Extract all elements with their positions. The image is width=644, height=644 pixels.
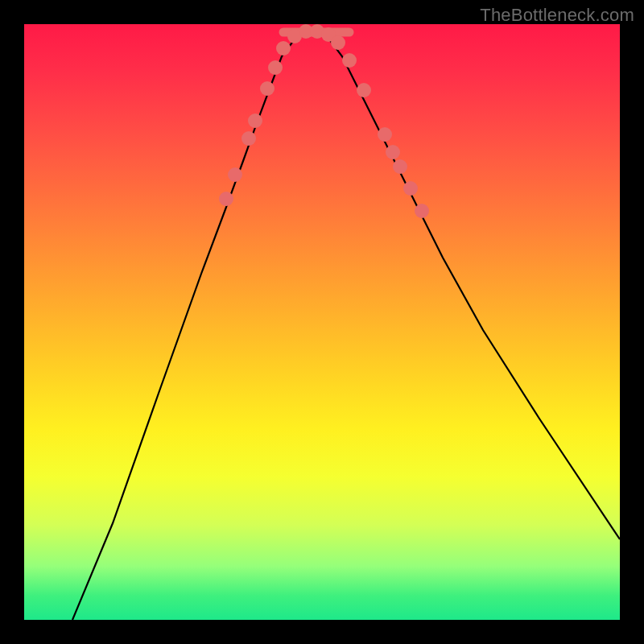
highlight-dot bbox=[386, 145, 400, 159]
highlight-dot bbox=[393, 159, 407, 174]
highlight-dot bbox=[268, 60, 283, 75]
highlight-dot bbox=[260, 81, 275, 96]
plot-area bbox=[24, 24, 620, 620]
bottleneck-curve bbox=[72, 32, 620, 620]
highlight-dot bbox=[248, 114, 262, 128]
highlight-dot bbox=[342, 53, 357, 68]
highlight-dot bbox=[357, 83, 371, 97]
highlight-dot bbox=[403, 181, 418, 196]
highlight-dot bbox=[219, 192, 233, 206]
highlight-dot bbox=[276, 41, 291, 56]
watermark-label: TheBottleneck.com bbox=[480, 5, 634, 26]
chart-frame: TheBottleneck.com bbox=[0, 0, 644, 644]
highlight-dots bbox=[219, 24, 429, 218]
highlight-dot bbox=[378, 127, 392, 142]
highlight-dot bbox=[242, 131, 256, 146]
highlight-dot bbox=[415, 204, 429, 218]
curve-svg bbox=[24, 24, 620, 620]
highlight-dot bbox=[331, 35, 345, 50]
highlight-dot bbox=[228, 167, 242, 182]
